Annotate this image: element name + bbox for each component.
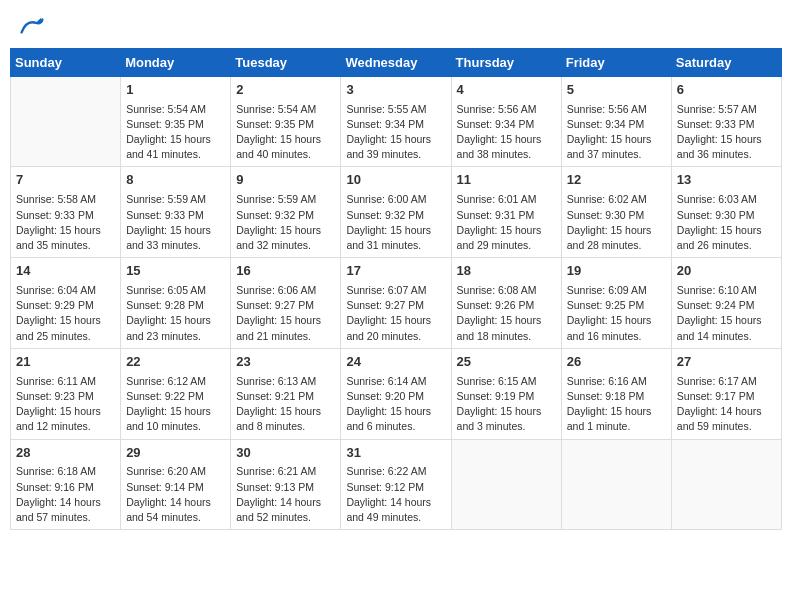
calendar-cell: 25Sunrise: 6:15 AM Sunset: 9:19 PM Dayli… bbox=[451, 348, 561, 439]
day-number: 12 bbox=[567, 171, 666, 190]
calendar-cell: 26Sunrise: 6:16 AM Sunset: 9:18 PM Dayli… bbox=[561, 348, 671, 439]
day-number: 28 bbox=[16, 444, 115, 463]
calendar-cell: 20Sunrise: 6:10 AM Sunset: 9:24 PM Dayli… bbox=[671, 258, 781, 349]
calendar-cell: 29Sunrise: 6:20 AM Sunset: 9:14 PM Dayli… bbox=[121, 439, 231, 530]
logo bbox=[18, 14, 44, 36]
calendar-cell: 10Sunrise: 6:00 AM Sunset: 9:32 PM Dayli… bbox=[341, 167, 451, 258]
day-number: 19 bbox=[567, 262, 666, 281]
header-cell-thursday: Thursday bbox=[451, 48, 561, 76]
day-info: Sunrise: 6:15 AM Sunset: 9:19 PM Dayligh… bbox=[457, 374, 556, 435]
day-info: Sunrise: 6:21 AM Sunset: 9:13 PM Dayligh… bbox=[236, 464, 335, 525]
calendar-cell: 30Sunrise: 6:21 AM Sunset: 9:13 PM Dayli… bbox=[231, 439, 341, 530]
day-info: Sunrise: 6:00 AM Sunset: 9:32 PM Dayligh… bbox=[346, 192, 445, 253]
header-cell-monday: Monday bbox=[121, 48, 231, 76]
calendar-week-2: 7Sunrise: 5:58 AM Sunset: 9:33 PM Daylig… bbox=[11, 167, 782, 258]
calendar-cell: 16Sunrise: 6:06 AM Sunset: 9:27 PM Dayli… bbox=[231, 258, 341, 349]
calendar-cell: 27Sunrise: 6:17 AM Sunset: 9:17 PM Dayli… bbox=[671, 348, 781, 439]
day-info: Sunrise: 5:58 AM Sunset: 9:33 PM Dayligh… bbox=[16, 192, 115, 253]
calendar-cell: 4Sunrise: 5:56 AM Sunset: 9:34 PM Daylig… bbox=[451, 76, 561, 167]
day-number: 8 bbox=[126, 171, 225, 190]
day-info: Sunrise: 6:02 AM Sunset: 9:30 PM Dayligh… bbox=[567, 192, 666, 253]
calendar-cell: 14Sunrise: 6:04 AM Sunset: 9:29 PM Dayli… bbox=[11, 258, 121, 349]
day-number: 4 bbox=[457, 81, 556, 100]
calendar-cell: 19Sunrise: 6:09 AM Sunset: 9:25 PM Dayli… bbox=[561, 258, 671, 349]
day-number: 29 bbox=[126, 444, 225, 463]
calendar-week-5: 28Sunrise: 6:18 AM Sunset: 9:16 PM Dayli… bbox=[11, 439, 782, 530]
day-info: Sunrise: 6:17 AM Sunset: 9:17 PM Dayligh… bbox=[677, 374, 776, 435]
day-number: 5 bbox=[567, 81, 666, 100]
day-info: Sunrise: 6:11 AM Sunset: 9:23 PM Dayligh… bbox=[16, 374, 115, 435]
day-info: Sunrise: 5:55 AM Sunset: 9:34 PM Dayligh… bbox=[346, 102, 445, 163]
day-info: Sunrise: 6:01 AM Sunset: 9:31 PM Dayligh… bbox=[457, 192, 556, 253]
calendar-cell: 11Sunrise: 6:01 AM Sunset: 9:31 PM Dayli… bbox=[451, 167, 561, 258]
day-info: Sunrise: 6:22 AM Sunset: 9:12 PM Dayligh… bbox=[346, 464, 445, 525]
header-row: SundayMondayTuesdayWednesdayThursdayFrid… bbox=[11, 48, 782, 76]
calendar-table: SundayMondayTuesdayWednesdayThursdayFrid… bbox=[10, 48, 782, 531]
day-info: Sunrise: 6:09 AM Sunset: 9:25 PM Dayligh… bbox=[567, 283, 666, 344]
day-info: Sunrise: 6:08 AM Sunset: 9:26 PM Dayligh… bbox=[457, 283, 556, 344]
day-number: 24 bbox=[346, 353, 445, 372]
calendar-cell: 21Sunrise: 6:11 AM Sunset: 9:23 PM Dayli… bbox=[11, 348, 121, 439]
calendar-cell: 1Sunrise: 5:54 AM Sunset: 9:35 PM Daylig… bbox=[121, 76, 231, 167]
header-cell-saturday: Saturday bbox=[671, 48, 781, 76]
day-info: Sunrise: 6:16 AM Sunset: 9:18 PM Dayligh… bbox=[567, 374, 666, 435]
day-number: 14 bbox=[16, 262, 115, 281]
calendar-cell: 7Sunrise: 5:58 AM Sunset: 9:33 PM Daylig… bbox=[11, 167, 121, 258]
day-number: 6 bbox=[677, 81, 776, 100]
day-number: 30 bbox=[236, 444, 335, 463]
calendar-cell: 13Sunrise: 6:03 AM Sunset: 9:30 PM Dayli… bbox=[671, 167, 781, 258]
calendar-cell: 3Sunrise: 5:55 AM Sunset: 9:34 PM Daylig… bbox=[341, 76, 451, 167]
day-number: 10 bbox=[346, 171, 445, 190]
calendar-cell: 15Sunrise: 6:05 AM Sunset: 9:28 PM Dayli… bbox=[121, 258, 231, 349]
day-info: Sunrise: 6:06 AM Sunset: 9:27 PM Dayligh… bbox=[236, 283, 335, 344]
calendar-week-1: 1Sunrise: 5:54 AM Sunset: 9:35 PM Daylig… bbox=[11, 76, 782, 167]
day-number: 25 bbox=[457, 353, 556, 372]
calendar-cell: 9Sunrise: 5:59 AM Sunset: 9:32 PM Daylig… bbox=[231, 167, 341, 258]
day-number: 21 bbox=[16, 353, 115, 372]
calendar-week-4: 21Sunrise: 6:11 AM Sunset: 9:23 PM Dayli… bbox=[11, 348, 782, 439]
day-number: 17 bbox=[346, 262, 445, 281]
calendar-cell: 12Sunrise: 6:02 AM Sunset: 9:30 PM Dayli… bbox=[561, 167, 671, 258]
day-info: Sunrise: 5:59 AM Sunset: 9:32 PM Dayligh… bbox=[236, 192, 335, 253]
day-number: 1 bbox=[126, 81, 225, 100]
day-info: Sunrise: 6:03 AM Sunset: 9:30 PM Dayligh… bbox=[677, 192, 776, 253]
day-number: 20 bbox=[677, 262, 776, 281]
calendar-cell: 5Sunrise: 5:56 AM Sunset: 9:34 PM Daylig… bbox=[561, 76, 671, 167]
header-cell-sunday: Sunday bbox=[11, 48, 121, 76]
day-number: 27 bbox=[677, 353, 776, 372]
calendar-cell: 31Sunrise: 6:22 AM Sunset: 9:12 PM Dayli… bbox=[341, 439, 451, 530]
day-info: Sunrise: 6:18 AM Sunset: 9:16 PM Dayligh… bbox=[16, 464, 115, 525]
day-number: 7 bbox=[16, 171, 115, 190]
day-number: 18 bbox=[457, 262, 556, 281]
day-info: Sunrise: 5:54 AM Sunset: 9:35 PM Dayligh… bbox=[236, 102, 335, 163]
calendar-cell: 22Sunrise: 6:12 AM Sunset: 9:22 PM Dayli… bbox=[121, 348, 231, 439]
day-info: Sunrise: 5:56 AM Sunset: 9:34 PM Dayligh… bbox=[567, 102, 666, 163]
calendar-header: SundayMondayTuesdayWednesdayThursdayFrid… bbox=[11, 48, 782, 76]
day-number: 22 bbox=[126, 353, 225, 372]
calendar-cell: 24Sunrise: 6:14 AM Sunset: 9:20 PM Dayli… bbox=[341, 348, 451, 439]
calendar-cell: 8Sunrise: 5:59 AM Sunset: 9:33 PM Daylig… bbox=[121, 167, 231, 258]
calendar-cell: 18Sunrise: 6:08 AM Sunset: 9:26 PM Dayli… bbox=[451, 258, 561, 349]
header-cell-friday: Friday bbox=[561, 48, 671, 76]
day-number: 11 bbox=[457, 171, 556, 190]
day-info: Sunrise: 6:13 AM Sunset: 9:21 PM Dayligh… bbox=[236, 374, 335, 435]
logo-icon bbox=[20, 16, 44, 36]
calendar-cell bbox=[561, 439, 671, 530]
day-number: 9 bbox=[236, 171, 335, 190]
day-number: 31 bbox=[346, 444, 445, 463]
day-info: Sunrise: 6:05 AM Sunset: 9:28 PM Dayligh… bbox=[126, 283, 225, 344]
day-number: 13 bbox=[677, 171, 776, 190]
calendar-cell: 28Sunrise: 6:18 AM Sunset: 9:16 PM Dayli… bbox=[11, 439, 121, 530]
calendar-cell: 6Sunrise: 5:57 AM Sunset: 9:33 PM Daylig… bbox=[671, 76, 781, 167]
day-number: 15 bbox=[126, 262, 225, 281]
header bbox=[10, 10, 782, 40]
day-number: 16 bbox=[236, 262, 335, 281]
calendar-cell bbox=[11, 76, 121, 167]
day-info: Sunrise: 5:56 AM Sunset: 9:34 PM Dayligh… bbox=[457, 102, 556, 163]
calendar-body: 1Sunrise: 5:54 AM Sunset: 9:35 PM Daylig… bbox=[11, 76, 782, 530]
header-cell-tuesday: Tuesday bbox=[231, 48, 341, 76]
day-number: 23 bbox=[236, 353, 335, 372]
calendar-cell bbox=[451, 439, 561, 530]
day-number: 2 bbox=[236, 81, 335, 100]
day-info: Sunrise: 6:10 AM Sunset: 9:24 PM Dayligh… bbox=[677, 283, 776, 344]
